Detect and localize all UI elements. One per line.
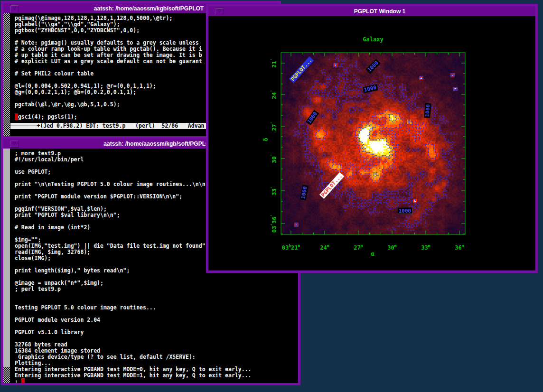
pgplot-titlebar[interactable]: ▽ PGPLOT Window 1 [208,6,535,17]
tick-superscript: ' [271,90,275,92]
tick-superscript: m [428,244,431,248]
window-pgplot: ▽ PGPLOT Window 1 03h21m24m27m30m33m36m2… [206,4,538,273]
terminal-line: Testing PGPLOT 5.0 colour image routines… [15,305,298,311]
iconify-button[interactable]: ▽ [10,140,19,148]
tick-superscript: ' [271,121,275,124]
tick-superscript: m [327,244,329,248]
axis-label-ylabel: δ [262,138,269,141]
tick-superscript: m [462,244,464,248]
tick-superscript: m [394,244,397,248]
terminal-line: ; perl test9.p [15,286,298,292]
x-tick-label: 24m [320,244,329,251]
plot-title: Galaxy [363,36,383,43]
desktop: ▽ aatssh: /home/aaossm/kgb/soft/PGPLOT p… [0,0,543,392]
x-tick-label: 30m [387,244,396,251]
tick-text: 03 [282,244,289,251]
tick-text: 21 [271,61,278,67]
terminal-line: ; [15,379,298,383]
scrollbar-thumb[interactable] [3,149,10,367]
tick-text: 36 [455,244,461,251]
tick-text: 33 [271,188,278,195]
y-tick-label: 30' [271,154,278,163]
tick-text: 27 [271,124,278,131]
tick-text: 24 [320,244,327,251]
tick-superscript: ' [271,154,275,156]
terminal-line: Graphics device/type (? to see list, def… [15,354,298,360]
tick-superscript: ' [271,58,275,61]
tick-superscript: ° [271,224,275,226]
x-tick-label: 33m [421,244,430,251]
y-tick-label: 21' [271,58,278,67]
tick-superscript: ' [271,215,275,217]
tick-superscript: ' [271,186,275,188]
x-tick-label: 03h21m [282,244,300,251]
tick-text: 21 [291,244,298,251]
axis-label-xlabel: α [371,251,374,257]
editor-scrollbar[interactable] [3,13,10,155]
tick-superscript: m [298,244,300,248]
iconify-button[interactable]: ▽ [215,8,224,15]
tick-text: 24 [271,92,278,99]
terminal-line: PGPLOT v5.1.0 library [15,329,298,336]
terminal-line: Entering interactive PGBAND test MODE=1,… [15,373,298,379]
y-tick-label: 27' [271,121,278,131]
tick-text: 33 [421,244,428,251]
pgplot-window-title: PGPLOT Window 1 [224,8,535,15]
tick-text: 30 [387,244,394,251]
y-tick-label: 33' [271,186,278,195]
tick-text: 36 [271,217,278,224]
y-tick-label: 24' [271,90,278,99]
contour-label: 1000 [424,103,431,118]
tick-text: 30 [271,156,278,163]
x-tick-label: 36m [455,244,464,251]
text-cursor [21,378,25,383]
iconify-button[interactable]: ▽ [10,5,19,12]
shell-scrollbar[interactable] [3,149,10,383]
terminal-line: PGPLOT module version 2.04 [15,317,298,323]
terminal-line [15,292,298,299]
text-cursor: p [15,113,18,120]
y-tick-label: 03°36' [271,215,278,233]
tick-text: 27 [354,244,360,251]
x-tick-label: 27m [354,244,363,251]
tick-superscript: m [361,244,363,248]
contour-label: 1000 [398,208,412,214]
pgplot-canvas[interactable] [281,53,465,234]
tick-text: 03 [271,226,278,233]
pgplot-content: 03h21m24m27m30m33m36m21'24'27'30'33'03°3… [208,16,535,271]
